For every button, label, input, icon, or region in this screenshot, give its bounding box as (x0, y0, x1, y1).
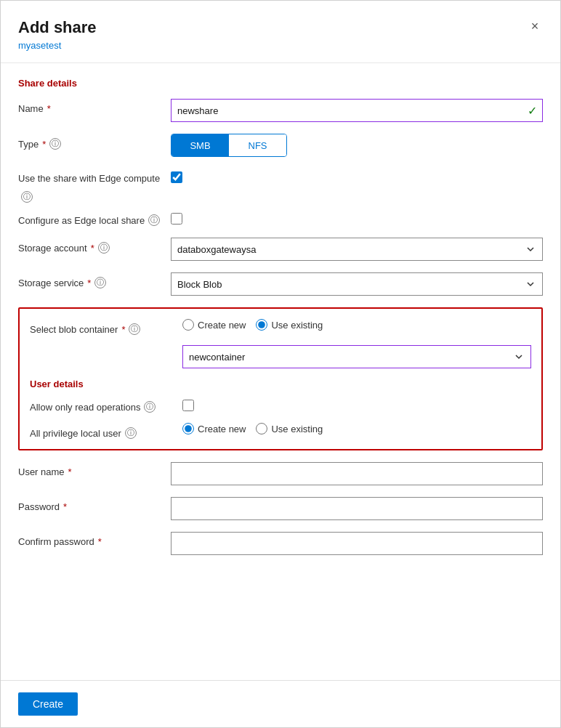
type-toggle: SMB NFS (171, 134, 287, 157)
all-privilege-radio-group: Create new Use existing (182, 423, 531, 434)
allow-read-checkbox[interactable] (182, 400, 194, 411)
container-dropdown-row: newcontainer (30, 345, 531, 368)
privilege-use-existing-radio[interactable] (256, 423, 267, 434)
edge-compute-control (171, 169, 543, 183)
create-button[interactable]: Create (18, 692, 78, 716)
blob-create-new-option[interactable]: Create new (182, 319, 246, 331)
blob-container-label: Select blob container * ⓘ (30, 319, 182, 335)
all-privilege-label: All privilege local user ⓘ (30, 423, 182, 439)
all-privilege-row: All privilege local user ⓘ Create new Us… (30, 423, 531, 439)
allow-read-control (182, 397, 531, 411)
storage-account-info-icon[interactable]: ⓘ (98, 242, 110, 254)
password-row: Password * (18, 497, 543, 520)
panel-body: Share details Name * ✓ Type * ⓘ (1, 63, 560, 680)
password-required-star: * (63, 501, 67, 512)
allow-read-label: Allow only read operations ⓘ (30, 397, 182, 413)
edge-compute-label: Use the share with Edge compute (18, 169, 171, 184)
storage-account-control: databoxgatewaysa (171, 238, 543, 261)
username-label: User name * (18, 462, 171, 477)
privilege-create-new-label: Create new (198, 424, 246, 434)
blob-use-existing-label: Use existing (271, 320, 323, 331)
blob-create-new-label: Create new (198, 320, 246, 331)
privilege-create-new-option[interactable]: Create new (182, 423, 246, 434)
all-privilege-control: Create new Use existing (182, 423, 531, 434)
privilege-create-new-radio[interactable] (182, 423, 194, 434)
edge-local-checkbox-wrapper (171, 210, 543, 225)
privilege-use-existing-label: Use existing (271, 424, 323, 434)
type-info-icon[interactable]: ⓘ (49, 138, 61, 150)
privilege-use-existing-option[interactable]: Use existing (256, 423, 323, 434)
name-input[interactable] (171, 99, 543, 122)
allow-read-checkbox-wrapper (182, 397, 531, 411)
blob-container-required-star: * (121, 324, 125, 335)
blob-create-new-radio[interactable] (182, 319, 194, 331)
confirm-password-row: Confirm password * (18, 532, 543, 555)
panel-header: Add share myasetest × (1, 1, 560, 63)
username-required-star: * (68, 466, 72, 477)
storage-account-row: Storage account * ⓘ databoxgatewaysa (18, 238, 543, 261)
storage-service-row: Storage service * ⓘ Block Blob (18, 272, 543, 296)
storage-service-control: Block Blob (171, 272, 543, 296)
storage-account-select[interactable]: databoxgatewaysa (171, 238, 543, 261)
name-control: ✓ (171, 99, 543, 122)
storage-service-info-icon[interactable]: ⓘ (94, 277, 106, 288)
blob-use-existing-option[interactable]: Use existing (256, 319, 323, 331)
edge-compute-checkbox-wrapper (171, 169, 543, 183)
container-select[interactable]: newcontainer (182, 345, 531, 368)
blob-container-radio-group: Create new Use existing (182, 319, 531, 331)
smb-button[interactable]: SMB (171, 134, 229, 156)
storage-service-select[interactable]: Block Blob (171, 272, 543, 296)
confirm-password-control (171, 532, 543, 555)
panel-title: Add share (18, 18, 543, 37)
edge-local-checkbox[interactable] (171, 213, 182, 225)
username-row: User name * (18, 462, 543, 485)
nfs-button[interactable]: NFS (229, 134, 286, 156)
storage-account-required-star: * (91, 243, 94, 254)
type-row: Type * ⓘ SMB NFS (18, 134, 543, 157)
confirm-password-label: Confirm password * (18, 532, 171, 547)
name-check-icon: ✓ (528, 104, 537, 118)
share-details-section-label: Share details (18, 78, 543, 89)
close-button[interactable]: × (524, 15, 546, 37)
edge-local-row: Configure as Edge local share ⓘ (18, 210, 543, 226)
edge-local-info-icon[interactable]: ⓘ (148, 214, 160, 226)
blob-container-row: Select blob container * ⓘ Create new Use… (30, 319, 531, 335)
type-label: Type * ⓘ (18, 134, 171, 150)
edge-local-label: Configure as Edge local share ⓘ (18, 210, 171, 226)
allow-read-row: Allow only read operations ⓘ (30, 397, 531, 413)
type-required-star: * (42, 139, 46, 150)
name-required-star: * (47, 103, 51, 114)
username-input[interactable] (171, 462, 543, 485)
storage-service-label: Storage service * ⓘ (18, 272, 171, 288)
panel-subtitle: myasetest (18, 40, 543, 51)
storage-account-label: Storage account * ⓘ (18, 238, 171, 254)
username-control (171, 462, 543, 485)
allow-read-info-icon[interactable]: ⓘ (144, 401, 156, 413)
edge-compute-row: Use the share with Edge compute (18, 169, 543, 184)
password-control (171, 497, 543, 520)
password-label: Password * (18, 497, 171, 512)
panel-footer: Create (1, 680, 560, 727)
edge-compute-info-icon[interactable]: ⓘ (21, 191, 33, 203)
blob-use-existing-radio[interactable] (256, 319, 267, 331)
password-input[interactable] (171, 497, 543, 520)
name-label: Name * (18, 99, 171, 114)
confirm-password-required-star: * (98, 536, 102, 547)
name-input-wrapper: ✓ (171, 99, 543, 122)
blob-container-control: Create new Use existing (182, 319, 531, 331)
edge-compute-checkbox[interactable] (171, 171, 182, 183)
confirm-password-input[interactable] (171, 532, 543, 555)
highlighted-section: Select blob container * ⓘ Create new Use… (18, 307, 543, 450)
add-share-panel: Add share myasetest × Share details Name… (0, 0, 561, 728)
name-row: Name * ✓ (18, 99, 543, 122)
type-control: SMB NFS (171, 134, 543, 157)
storage-service-required-star: * (87, 278, 91, 288)
blob-container-info-icon[interactable]: ⓘ (129, 323, 140, 335)
user-details-section-label: User details (30, 379, 531, 389)
edge-local-control (171, 210, 543, 225)
all-privilege-info-icon[interactable]: ⓘ (125, 427, 137, 439)
